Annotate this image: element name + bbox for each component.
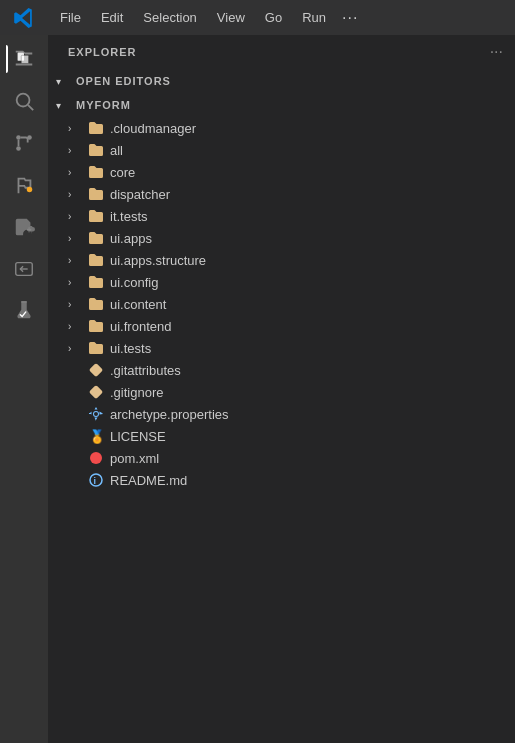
- list-item[interactable]: › ui.config: [48, 271, 515, 293]
- explorer-header: EXPLORER ···: [48, 35, 515, 69]
- explorer-content[interactable]: ▾ OPEN EDITORS ▾ MYFORM › .cloudmanager …: [48, 69, 515, 743]
- remote-icon: [13, 258, 35, 280]
- folder-arrow-icon: ›: [68, 123, 84, 134]
- remote-activity-icon[interactable]: [6, 251, 42, 287]
- folder-arrow-icon: ›: [68, 321, 84, 332]
- folder-arrow-icon: ›: [68, 233, 84, 244]
- source-control-activity-icon[interactable]: [6, 125, 42, 161]
- svg-text:i: i: [94, 476, 97, 486]
- explorer-more-icon[interactable]: ···: [490, 43, 503, 61]
- svg-text:🏅: 🏅: [89, 428, 104, 444]
- list-item[interactable]: › ui.content: [48, 293, 515, 315]
- svg-point-4: [16, 135, 21, 140]
- svg-point-6: [16, 146, 21, 151]
- svg-rect-12: [89, 363, 103, 377]
- list-item[interactable]: › .gitattributes: [48, 359, 515, 381]
- open-editors-section[interactable]: ▾ OPEN EDITORS: [48, 69, 515, 93]
- activitybar: [0, 35, 48, 743]
- menu-view[interactable]: View: [209, 6, 253, 29]
- git-diamond-icon: [88, 362, 104, 378]
- list-item[interactable]: › 🏅 LICENSE: [48, 425, 515, 447]
- list-item[interactable]: › ui.apps.structure: [48, 249, 515, 271]
- testing-activity-icon[interactable]: [6, 293, 42, 329]
- folder-name: ui.apps.structure: [110, 253, 206, 268]
- file-name: README.md: [110, 473, 187, 488]
- list-item[interactable]: › i README.md: [48, 469, 515, 491]
- folder-icon: [88, 208, 104, 224]
- menu-selection[interactable]: Selection: [135, 6, 204, 29]
- folder-name: dispatcher: [110, 187, 170, 202]
- myform-section[interactable]: ▾ MYFORM: [48, 93, 515, 117]
- svg-line-3: [28, 105, 33, 110]
- svg-rect-13: [89, 385, 103, 399]
- folder-icon: [88, 142, 104, 158]
- list-item[interactable]: › it.tests: [48, 205, 515, 227]
- main-layout: EXPLORER ··· ▾ OPEN EDITORS ▾ MYFORM › .…: [0, 35, 515, 743]
- file-name: .gitattributes: [110, 363, 181, 378]
- list-item[interactable]: › dispatcher: [48, 183, 515, 205]
- file-name: pom.xml: [110, 451, 159, 466]
- svg-point-2: [17, 94, 30, 107]
- svg-rect-9: [29, 227, 30, 233]
- list-item[interactable]: › .gitignore: [48, 381, 515, 403]
- svg-rect-1: [21, 55, 28, 63]
- file-name: archetype.properties: [110, 407, 229, 422]
- search-activity-icon[interactable]: [6, 83, 42, 119]
- folder-name: ui.tests: [110, 341, 151, 356]
- sidebar: EXPLORER ··· ▾ OPEN EDITORS ▾ MYFORM › .…: [48, 35, 515, 743]
- open-editors-label: OPEN EDITORS: [76, 75, 171, 87]
- explorer-activity-icon[interactable]: [6, 41, 42, 77]
- folder-icon: [88, 230, 104, 246]
- folder-name: it.tests: [110, 209, 148, 224]
- folder-icon: [88, 274, 104, 290]
- myform-label: MYFORM: [76, 99, 131, 111]
- titlebar-menu: File Edit Selection View Go Run ···: [52, 6, 358, 29]
- list-item[interactable]: › core: [48, 161, 515, 183]
- file-name: LICENSE: [110, 429, 166, 444]
- folder-name: ui.apps: [110, 231, 152, 246]
- myform-arrow-icon: ▾: [56, 100, 72, 111]
- folder-icon: [88, 318, 104, 334]
- menu-edit[interactable]: Edit: [93, 6, 131, 29]
- readme-icon: i: [88, 472, 104, 488]
- folder-arrow-icon: ›: [68, 189, 84, 200]
- file-name: .gitignore: [110, 385, 163, 400]
- folder-name: .cloudmanager: [110, 121, 196, 136]
- menu-run[interactable]: Run: [294, 6, 334, 29]
- gear-icon: [88, 406, 104, 422]
- list-item[interactable]: › ui.frontend: [48, 315, 515, 337]
- menu-go[interactable]: Go: [257, 6, 290, 29]
- folder-name: ui.config: [110, 275, 158, 290]
- git-diamond-icon: [88, 384, 104, 400]
- debug-activity-icon[interactable]: [6, 167, 42, 203]
- folder-arrow-icon: ›: [68, 255, 84, 266]
- testing-icon: [13, 300, 35, 322]
- folder-name: ui.content: [110, 297, 166, 312]
- search-icon: [13, 90, 35, 112]
- menu-more-icon[interactable]: ···: [342, 9, 358, 27]
- svg-point-15: [90, 452, 102, 464]
- folder-arrow-icon: ›: [68, 277, 84, 288]
- extensions-icon: [13, 216, 35, 238]
- folder-icon: [88, 340, 104, 356]
- list-item[interactable]: › archetype.properties: [48, 403, 515, 425]
- folder-name: core: [110, 165, 135, 180]
- debug-icon: [13, 174, 35, 196]
- explorer-title: EXPLORER: [68, 46, 137, 58]
- folder-icon: [88, 296, 104, 312]
- list-item[interactable]: › ui.tests: [48, 337, 515, 359]
- svg-point-7: [27, 187, 33, 193]
- folder-icon: [88, 252, 104, 268]
- extensions-activity-icon[interactable]: [6, 209, 42, 245]
- folder-arrow-icon: ›: [68, 145, 84, 156]
- list-item[interactable]: › ui.apps: [48, 227, 515, 249]
- list-item[interactable]: › .cloudmanager: [48, 117, 515, 139]
- folder-arrow-icon: ›: [68, 167, 84, 178]
- folder-icon: [88, 120, 104, 136]
- folder-icon: [88, 186, 104, 202]
- menu-file[interactable]: File: [52, 6, 89, 29]
- license-icon: 🏅: [88, 428, 104, 444]
- list-item[interactable]: › all: [48, 139, 515, 161]
- folder-arrow-icon: ›: [68, 343, 84, 354]
- list-item[interactable]: › pom.xml: [48, 447, 515, 469]
